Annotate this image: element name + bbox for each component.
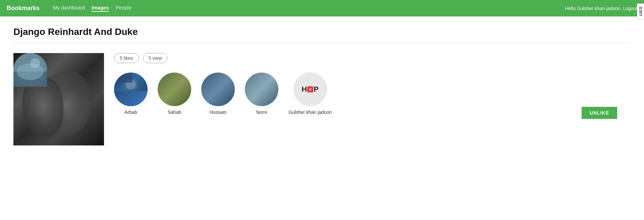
image-area: 5 likes 5 view Arbab [13, 53, 631, 145]
nav-people[interactable]: People [116, 5, 131, 12]
avatar-sahab [158, 73, 191, 106]
hop-h: H [302, 85, 307, 94]
list-item[interactable]: Sahab [158, 73, 191, 115]
list-item[interactable]: Nomi [245, 73, 278, 115]
likes-badge: 5 likes [114, 53, 139, 63]
avatar-arbab-image [114, 73, 148, 106]
views-badge: 5 view [143, 53, 168, 63]
page-title: Django Reinhardt And Duke [13, 27, 631, 37]
avatar-gulsher-name: Gulsher khan jadoon [288, 109, 332, 115]
svg-rect-3 [121, 76, 132, 83]
logout-link[interactable]: Logout [623, 6, 637, 11]
hop-logo: H o P [302, 85, 319, 94]
avatar-arbab-name: Arbab [124, 109, 137, 115]
avatar-nomi-name: Nomi [256, 109, 267, 115]
avatar-nomi [245, 73, 278, 106]
brand-logo[interactable]: Bookmarks [7, 5, 40, 12]
avatar-hussain-name: Hussain [210, 109, 227, 115]
image-info: 5 likes 5 view Arbab [104, 53, 631, 115]
stats-row: 5 likes 5 view [114, 53, 631, 63]
nav-dashboard[interactable]: My dashboard [53, 5, 85, 12]
avatar-hussain [201, 73, 235, 106]
list-item[interactable]: Hussain [201, 73, 235, 115]
unlike-button[interactable]: UNLIKE [582, 107, 617, 119]
hop-p: P [314, 85, 319, 94]
djdt-tab[interactable]: DJDT [637, 3, 644, 19]
nav-images[interactable]: Images [92, 5, 109, 12]
list-item[interactable]: Arbab [114, 73, 148, 115]
user-greeting-area: Hello Gulsher khan jadoon, Logout [565, 6, 637, 11]
avatar-arbab [114, 73, 148, 106]
avatars-row: Arbab Sahab [114, 73, 631, 115]
greeting-text: Hello Gulsher khan jadoon, [565, 6, 622, 11]
main-content: Django Reinhardt And Duke 5 likes 5 view [0, 16, 644, 156]
hop-o: o [307, 86, 313, 92]
title-divider [13, 43, 631, 43]
list-item[interactable]: H o P Gulsher khan jadoon [288, 73, 332, 115]
navbar: Bookmarks My dashboard Images People Hel… [0, 0, 644, 16]
avatar-gulsher: H o P [293, 73, 327, 106]
nav-links: My dashboard Images People [53, 5, 565, 12]
svg-rect-1 [119, 91, 143, 106]
avatar-sahab-name: Sahab [168, 109, 181, 115]
